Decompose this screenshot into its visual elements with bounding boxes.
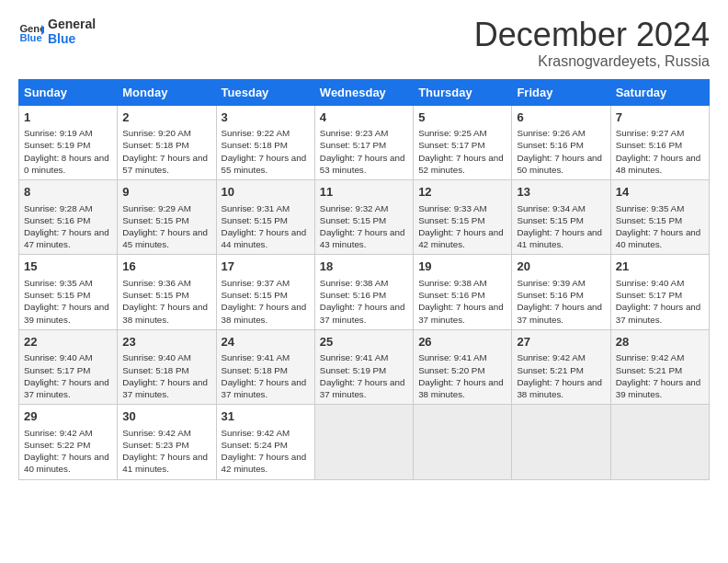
logo-icon: General Blue [18, 18, 44, 44]
calendar-header: SundayMondayTuesdayWednesdayThursdayFrid… [19, 79, 710, 105]
table-row: 4Sunrise: 9:23 AMSunset: 5:17 PMDaylight… [314, 105, 413, 179]
table-row: 1Sunrise: 9:19 AMSunset: 5:19 PMDaylight… [19, 105, 118, 179]
day-info: Sunrise: 9:39 AMSunset: 5:16 PMDaylight:… [517, 277, 605, 326]
month-title: December 2024 [474, 17, 710, 53]
day-info: Sunrise: 9:35 AMSunset: 5:15 PMDaylight:… [24, 277, 112, 326]
table-row [512, 405, 610, 479]
day-info: Sunrise: 9:32 AMSunset: 5:15 PMDaylight:… [320, 202, 408, 251]
table-row: 26Sunrise: 9:41 AMSunset: 5:20 PMDayligh… [414, 329, 512, 404]
day-info: Sunrise: 9:37 AMSunset: 5:15 PMDaylight:… [222, 277, 310, 326]
day-number: 3 [222, 109, 310, 126]
logo-blue: Blue [48, 31, 96, 46]
week-row-1: 1Sunrise: 9:19 AMSunset: 5:19 PMDaylight… [19, 105, 710, 179]
day-number: 13 [517, 184, 605, 201]
table-row: 14Sunrise: 9:35 AMSunset: 5:15 PMDayligh… [610, 180, 709, 255]
day-info: Sunrise: 9:29 AMSunset: 5:15 PMDaylight:… [122, 202, 210, 251]
weekday-header-tuesday: Tuesday [216, 79, 314, 105]
table-row: 28Sunrise: 9:42 AMSunset: 5:21 PMDayligh… [610, 329, 709, 404]
weekday-header-row: SundayMondayTuesdayWednesdayThursdayFrid… [19, 79, 710, 105]
table-row: 5Sunrise: 9:25 AMSunset: 5:17 PMDaylight… [414, 105, 512, 179]
title-block: December 2024 Krasnogvardeyets, Russia [474, 17, 710, 70]
table-row: 8Sunrise: 9:28 AMSunset: 5:16 PMDaylight… [19, 180, 118, 255]
day-info: Sunrise: 9:26 AMSunset: 5:16 PMDaylight:… [517, 127, 605, 176]
weekday-header-thursday: Thursday [414, 79, 512, 105]
day-info: Sunrise: 9:42 AMSunset: 5:22 PMDaylight:… [24, 427, 112, 476]
table-row: 18Sunrise: 9:38 AMSunset: 5:16 PMDayligh… [314, 255, 413, 329]
day-number: 14 [616, 184, 704, 201]
week-row-3: 15Sunrise: 9:35 AMSunset: 5:15 PMDayligh… [19, 255, 710, 329]
table-row: 16Sunrise: 9:36 AMSunset: 5:15 PMDayligh… [118, 255, 216, 329]
day-info: Sunrise: 9:42 AMSunset: 5:23 PMDaylight:… [122, 427, 210, 476]
day-info: Sunrise: 9:31 AMSunset: 5:15 PMDaylight:… [222, 202, 310, 251]
day-number: 12 [418, 184, 506, 201]
day-info: Sunrise: 9:22 AMSunset: 5:18 PMDaylight:… [222, 127, 310, 176]
day-info: Sunrise: 9:27 AMSunset: 5:16 PMDaylight:… [616, 127, 704, 176]
weekday-header-sunday: Sunday [19, 79, 118, 105]
table-row: 2Sunrise: 9:20 AMSunset: 5:18 PMDaylight… [118, 105, 216, 179]
day-info: Sunrise: 9:38 AMSunset: 5:16 PMDaylight:… [320, 277, 408, 326]
logo-general: General [48, 17, 96, 31]
day-info: Sunrise: 9:36 AMSunset: 5:15 PMDaylight:… [122, 277, 210, 326]
weekday-header-friday: Friday [512, 79, 610, 105]
weekday-header-saturday: Saturday [610, 79, 709, 105]
weekday-header-wednesday: Wednesday [314, 79, 413, 105]
table-row: 22Sunrise: 9:40 AMSunset: 5:17 PMDayligh… [19, 329, 118, 404]
day-number: 6 [517, 109, 605, 126]
logo: General Blue General Blue [18, 17, 96, 46]
day-number: 9 [122, 184, 210, 201]
day-number: 29 [24, 408, 112, 425]
table-row: 30Sunrise: 9:42 AMSunset: 5:23 PMDayligh… [118, 405, 216, 479]
day-info: Sunrise: 9:38 AMSunset: 5:16 PMDaylight:… [418, 277, 506, 326]
day-info: Sunrise: 9:25 AMSunset: 5:17 PMDaylight:… [418, 127, 506, 176]
day-info: Sunrise: 9:28 AMSunset: 5:16 PMDaylight:… [24, 202, 112, 251]
day-number: 31 [222, 408, 310, 425]
day-number: 30 [122, 408, 210, 425]
day-number: 28 [616, 334, 704, 350]
table-row [414, 405, 512, 479]
day-info: Sunrise: 9:33 AMSunset: 5:15 PMDaylight:… [418, 202, 506, 251]
day-number: 15 [24, 259, 112, 275]
day-info: Sunrise: 9:41 AMSunset: 5:20 PMDaylight:… [418, 351, 506, 400]
day-number: 16 [122, 259, 210, 275]
table-row: 13Sunrise: 9:34 AMSunset: 5:15 PMDayligh… [512, 180, 610, 255]
svg-text:Blue: Blue [19, 32, 41, 43]
calendar-table: SundayMondayTuesdayWednesdayThursdayFrid… [18, 79, 710, 480]
table-row: 24Sunrise: 9:41 AMSunset: 5:18 PMDayligh… [216, 329, 314, 404]
day-info: Sunrise: 9:42 AMSunset: 5:24 PMDaylight:… [222, 427, 310, 476]
table-row: 12Sunrise: 9:33 AMSunset: 5:15 PMDayligh… [414, 180, 512, 255]
day-info: Sunrise: 9:20 AMSunset: 5:18 PMDaylight:… [122, 127, 210, 176]
day-number: 10 [222, 184, 310, 201]
table-row: 23Sunrise: 9:40 AMSunset: 5:18 PMDayligh… [118, 329, 216, 404]
page: General Blue General Blue December 2024 … [0, 0, 728, 491]
table-row: 10Sunrise: 9:31 AMSunset: 5:15 PMDayligh… [216, 180, 314, 255]
day-info: Sunrise: 9:40 AMSunset: 5:17 PMDaylight:… [616, 277, 704, 326]
table-row: 6Sunrise: 9:26 AMSunset: 5:16 PMDaylight… [512, 105, 610, 179]
day-number: 5 [418, 109, 506, 126]
day-info: Sunrise: 9:42 AMSunset: 5:21 PMDaylight:… [517, 351, 605, 400]
day-number: 19 [418, 259, 506, 275]
header: General Blue General Blue December 2024 … [18, 17, 710, 70]
day-info: Sunrise: 9:42 AMSunset: 5:21 PMDaylight:… [616, 351, 704, 400]
day-number: 11 [320, 184, 408, 201]
day-info: Sunrise: 9:40 AMSunset: 5:17 PMDaylight:… [24, 351, 112, 400]
weekday-header-monday: Monday [118, 79, 216, 105]
table-row: 25Sunrise: 9:41 AMSunset: 5:19 PMDayligh… [314, 329, 413, 404]
week-row-2: 8Sunrise: 9:28 AMSunset: 5:16 PMDaylight… [19, 180, 710, 255]
calendar-body: 1Sunrise: 9:19 AMSunset: 5:19 PMDaylight… [19, 105, 710, 479]
day-info: Sunrise: 9:35 AMSunset: 5:15 PMDaylight:… [616, 202, 704, 251]
day-number: 21 [616, 259, 704, 275]
day-number: 25 [320, 334, 408, 350]
table-row: 20Sunrise: 9:39 AMSunset: 5:16 PMDayligh… [512, 255, 610, 329]
table-row: 3Sunrise: 9:22 AMSunset: 5:18 PMDaylight… [216, 105, 314, 179]
table-row: 29Sunrise: 9:42 AMSunset: 5:22 PMDayligh… [19, 405, 118, 479]
table-row: 31Sunrise: 9:42 AMSunset: 5:24 PMDayligh… [216, 405, 314, 479]
table-row: 27Sunrise: 9:42 AMSunset: 5:21 PMDayligh… [512, 329, 610, 404]
day-number: 1 [24, 109, 112, 126]
day-number: 17 [222, 259, 310, 275]
day-info: Sunrise: 9:23 AMSunset: 5:17 PMDaylight:… [320, 127, 408, 176]
table-row: 19Sunrise: 9:38 AMSunset: 5:16 PMDayligh… [414, 255, 512, 329]
table-row: 17Sunrise: 9:37 AMSunset: 5:15 PMDayligh… [216, 255, 314, 329]
table-row: 11Sunrise: 9:32 AMSunset: 5:15 PMDayligh… [314, 180, 413, 255]
day-number: 26 [418, 334, 506, 350]
table-row [610, 405, 709, 479]
